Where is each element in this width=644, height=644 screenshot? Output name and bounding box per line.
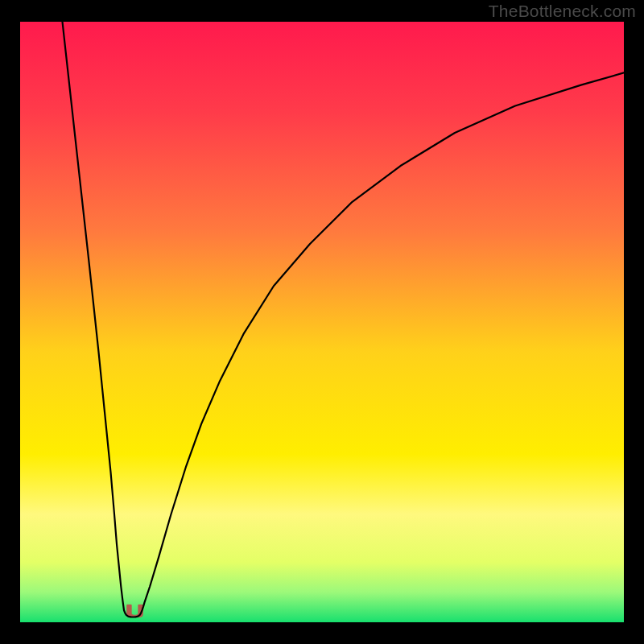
bottleneck-plot — [20, 22, 624, 622]
chart-frame: TheBottleneck.com — [0, 0, 644, 644]
watermark-label: TheBottleneck.com — [489, 2, 636, 21]
plot-background — [20, 22, 624, 622]
